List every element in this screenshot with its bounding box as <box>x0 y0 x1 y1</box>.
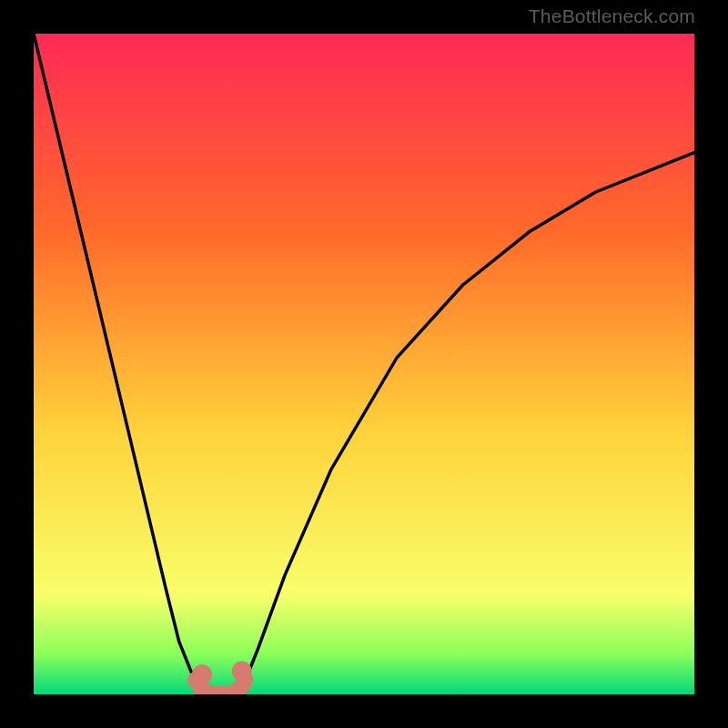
bottleneck-curve <box>34 34 694 694</box>
marker-dots <box>192 662 252 685</box>
curve-layer <box>34 34 694 694</box>
plot-area <box>34 34 694 694</box>
marker-dot <box>232 662 252 682</box>
watermark-text: TheBottleneck.com <box>529 5 695 27</box>
outer-frame: TheBottleneck.com <box>0 0 728 728</box>
marker-dot <box>192 664 212 684</box>
